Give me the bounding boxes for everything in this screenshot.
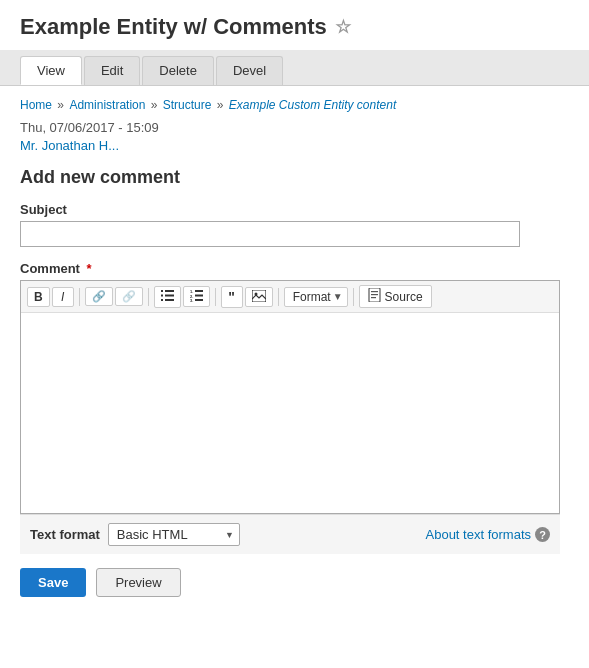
comment-field-group: Comment * B I 🔗 🔗	[20, 261, 569, 554]
unlink-icon: 🔗	[122, 290, 136, 303]
svg-rect-1	[165, 290, 174, 292]
separator: »	[57, 98, 67, 112]
toolbar-separator-2	[148, 288, 149, 306]
page-title-text: Example Entity w/ Comments	[20, 14, 327, 40]
text-format-row: Text format Basic HTML Restricted HTML F…	[30, 523, 240, 546]
format-dropdown-button[interactable]: Format ▼	[284, 287, 348, 307]
subject-label: Subject	[20, 202, 569, 217]
source-label: Source	[385, 290, 423, 304]
format-select[interactable]: Basic HTML Restricted HTML Full HTML Pla…	[108, 523, 240, 546]
ordered-list-icon: 1. 2. 3.	[190, 289, 203, 304]
save-button[interactable]: Save	[20, 568, 86, 597]
meta-user-link[interactable]: Mr. Jonathan H...	[20, 138, 569, 153]
separator: »	[151, 98, 161, 112]
unordered-list-icon	[161, 289, 174, 305]
star-icon[interactable]: ☆	[335, 16, 351, 38]
svg-rect-2	[161, 294, 163, 296]
link-button[interactable]: 🔗	[85, 287, 113, 306]
breadcrumb-entity[interactable]: Example Custom Entity content	[229, 98, 396, 112]
separator: »	[217, 98, 227, 112]
italic-button[interactable]: I	[52, 287, 74, 307]
breadcrumb-administration[interactable]: Administration	[69, 98, 145, 112]
blockquote-button[interactable]: "	[221, 286, 243, 308]
unordered-list-button[interactable]	[154, 286, 181, 308]
section-title: Add new comment	[20, 167, 569, 188]
tab-devel[interactable]: Devel	[216, 56, 283, 85]
subject-field-group: Subject	[20, 202, 569, 247]
page-header: Example Entity w/ Comments ☆	[0, 0, 589, 50]
svg-rect-11	[195, 299, 203, 301]
tabs-bar: View Edit Delete Devel	[0, 50, 589, 86]
comment-label: Comment *	[20, 261, 569, 276]
source-page-icon	[368, 288, 381, 305]
svg-text:3.: 3.	[190, 298, 193, 302]
subject-input[interactable]	[20, 221, 520, 247]
svg-rect-15	[371, 291, 378, 292]
meta-date: Thu, 07/06/2017 - 15:09	[20, 120, 569, 135]
svg-rect-4	[161, 299, 163, 301]
blockquote-icon: "	[228, 289, 235, 305]
text-format-label: Text format	[30, 527, 100, 542]
bold-icon: B	[34, 290, 43, 304]
source-button[interactable]: Source	[359, 285, 432, 308]
svg-rect-5	[165, 299, 174, 301]
required-marker: *	[87, 261, 92, 276]
editor-body[interactable]	[21, 313, 559, 513]
svg-rect-16	[371, 294, 378, 295]
format-arrow-icon: ▼	[333, 291, 343, 302]
unlink-button[interactable]: 🔗	[115, 287, 143, 306]
toolbar-separator-5	[353, 288, 354, 306]
toolbar-separator-1	[79, 288, 80, 306]
image-icon	[252, 290, 266, 304]
svg-rect-9	[195, 295, 203, 297]
editor-footer: Text format Basic HTML Restricted HTML F…	[20, 514, 560, 554]
preview-button[interactable]: Preview	[96, 568, 180, 597]
editor-toolbar: B I 🔗 🔗	[21, 281, 559, 313]
comment-label-text: Comment	[20, 261, 80, 276]
svg-rect-12	[252, 290, 266, 302]
bold-button[interactable]: B	[27, 287, 50, 307]
svg-rect-3	[165, 294, 174, 296]
image-button[interactable]	[245, 287, 273, 307]
toolbar-separator-4	[278, 288, 279, 306]
breadcrumb: Home » Administration » Structure » Exam…	[20, 98, 569, 112]
toolbar-separator-3	[215, 288, 216, 306]
about-text-formats-label: About text formats	[426, 527, 532, 542]
breadcrumb-structure[interactable]: Structure	[163, 98, 212, 112]
editor-container: B I 🔗 🔗	[20, 280, 560, 514]
svg-rect-0	[161, 290, 163, 292]
help-icon: ?	[535, 527, 550, 542]
tab-view[interactable]: View	[20, 56, 82, 85]
svg-rect-7	[195, 290, 203, 292]
breadcrumb-home[interactable]: Home	[20, 98, 52, 112]
svg-rect-17	[371, 297, 376, 298]
ordered-list-button[interactable]: 1. 2. 3.	[183, 286, 210, 307]
tab-edit[interactable]: Edit	[84, 56, 140, 85]
about-text-formats-link[interactable]: About text formats ?	[426, 527, 551, 542]
link-icon: 🔗	[92, 290, 106, 303]
tab-delete[interactable]: Delete	[142, 56, 214, 85]
main-content: Home » Administration » Structure » Exam…	[0, 86, 589, 617]
page-title: Example Entity w/ Comments ☆	[20, 14, 569, 40]
form-actions: Save Preview	[20, 568, 569, 597]
format-label: Format	[293, 290, 331, 304]
italic-icon: I	[61, 290, 64, 304]
format-select-wrapper: Basic HTML Restricted HTML Full HTML Pla…	[108, 523, 240, 546]
